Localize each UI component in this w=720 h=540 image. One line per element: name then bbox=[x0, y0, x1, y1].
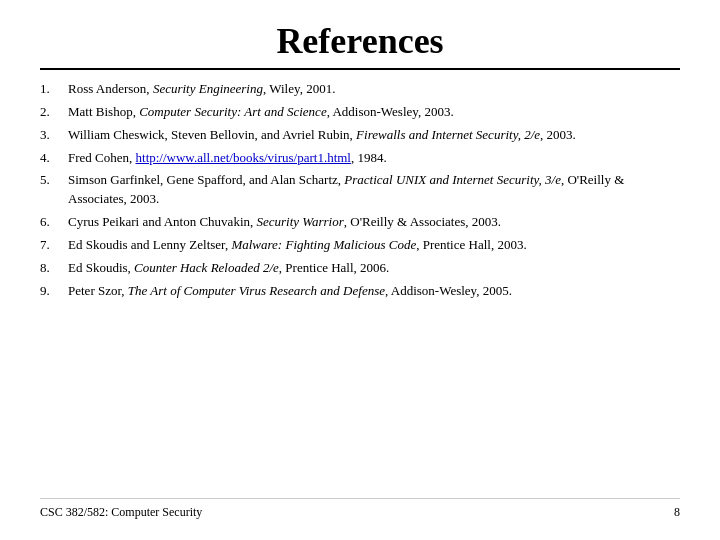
list-item: 5.Simson Garfinkel, Gene Spafford, and A… bbox=[40, 171, 680, 209]
ref-text: Peter Szor, The Art of Computer Virus Re… bbox=[68, 282, 512, 301]
ref-number: 6. bbox=[40, 213, 68, 232]
list-item: 9.Peter Szor, The Art of Computer Virus … bbox=[40, 282, 680, 301]
references-list: 1.Ross Anderson, Security Engineering, W… bbox=[40, 80, 680, 494]
ref-link[interactable]: http://www.all.net/books/virus/part1.htm… bbox=[136, 150, 351, 165]
ref-text: Simson Garfinkel, Gene Spafford, and Ala… bbox=[68, 171, 680, 209]
list-item: 4.Fred Cohen, http://www.all.net/books/v… bbox=[40, 149, 680, 168]
ref-number: 4. bbox=[40, 149, 68, 168]
footer-course: CSC 382/582: Computer Security bbox=[40, 505, 202, 520]
list-item: 7.Ed Skoudis and Lenny Zeltser, Malware:… bbox=[40, 236, 680, 255]
ref-number: 2. bbox=[40, 103, 68, 122]
ref-number: 9. bbox=[40, 282, 68, 301]
list-item: 8.Ed Skoudis, Counter Hack Reloaded 2/e,… bbox=[40, 259, 680, 278]
list-item: 1.Ross Anderson, Security Engineering, W… bbox=[40, 80, 680, 99]
list-item: 6.Cyrus Peikari and Anton Chuvakin, Secu… bbox=[40, 213, 680, 232]
slide: References 1.Ross Anderson, Security Eng… bbox=[0, 0, 720, 540]
ref-text: Matt Bishop, Computer Security: Art and … bbox=[68, 103, 454, 122]
ref-text: William Cheswick, Steven Bellovin, and A… bbox=[68, 126, 576, 145]
ref-number: 8. bbox=[40, 259, 68, 278]
ref-text: Cyrus Peikari and Anton Chuvakin, Securi… bbox=[68, 213, 501, 232]
ref-number: 7. bbox=[40, 236, 68, 255]
page-title: References bbox=[40, 20, 680, 62]
ref-number: 1. bbox=[40, 80, 68, 99]
ref-number: 3. bbox=[40, 126, 68, 145]
ref-text: Ed Skoudis, Counter Hack Reloaded 2/e, P… bbox=[68, 259, 389, 278]
list-item: 3.William Cheswick, Steven Bellovin, and… bbox=[40, 126, 680, 145]
title-divider bbox=[40, 68, 680, 70]
ref-text: Fred Cohen, http://www.all.net/books/vir… bbox=[68, 149, 387, 168]
ref-text: Ross Anderson, Security Engineering, Wil… bbox=[68, 80, 335, 99]
ref-text: Ed Skoudis and Lenny Zeltser, Malware: F… bbox=[68, 236, 527, 255]
list-item: 2.Matt Bishop, Computer Security: Art an… bbox=[40, 103, 680, 122]
footer-page: 8 bbox=[674, 505, 680, 520]
ref-number: 5. bbox=[40, 171, 68, 190]
footer: CSC 382/582: Computer Security 8 bbox=[40, 498, 680, 520]
